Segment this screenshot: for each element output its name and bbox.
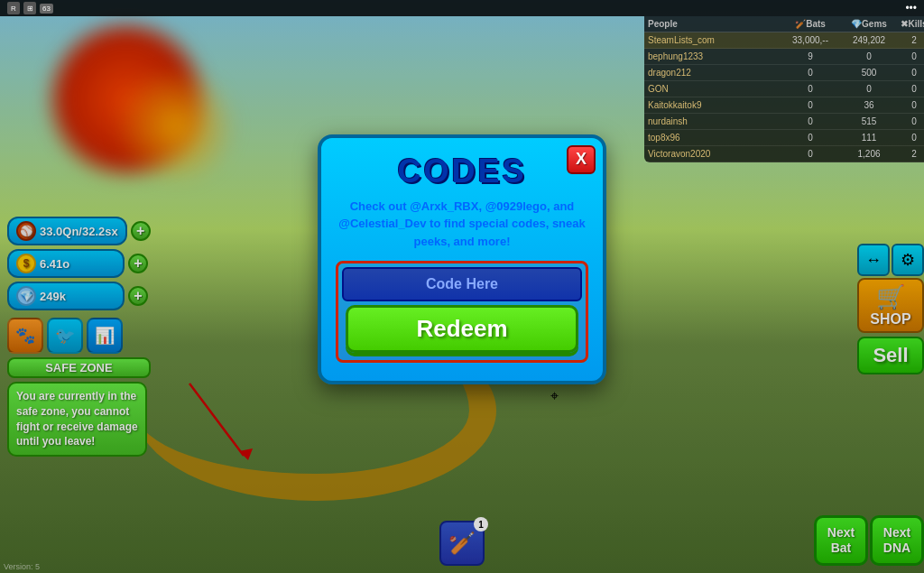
code-input[interactable]: Code Here — [342, 267, 582, 301]
redeem-button[interactable]: Redeem — [346, 305, 578, 353]
top-bar-icons: R ⊞ 63 — [7, 2, 53, 14]
modal-overlay: CODES X Check out @Arxk_RBX, @0929lego, … — [0, 0, 924, 573]
window-icon: ⊞ — [23, 2, 36, 14]
code-input-placeholder: Code Here — [426, 276, 498, 291]
codes-title: CODES — [336, 152, 588, 190]
code-input-wrapper: Code Here Redeem — [336, 261, 588, 363]
top-bar: R ⊞ 63 ••• — [0, 0, 924, 16]
codes-close-button[interactable]: X — [567, 145, 596, 174]
codes-description-text: Check out @Arxk_RBX, @0929lego, and @Cel… — [338, 199, 586, 248]
notification-badge: 63 — [40, 4, 53, 14]
more-options[interactable]: ••• — [905, 2, 917, 14]
roblox-icon: R — [7, 2, 20, 14]
codes-description: Check out @Arxk_RBX, @0929lego, and @Cel… — [336, 198, 588, 251]
codes-modal: CODES X Check out @Arxk_RBX, @0929lego, … — [318, 134, 606, 385]
